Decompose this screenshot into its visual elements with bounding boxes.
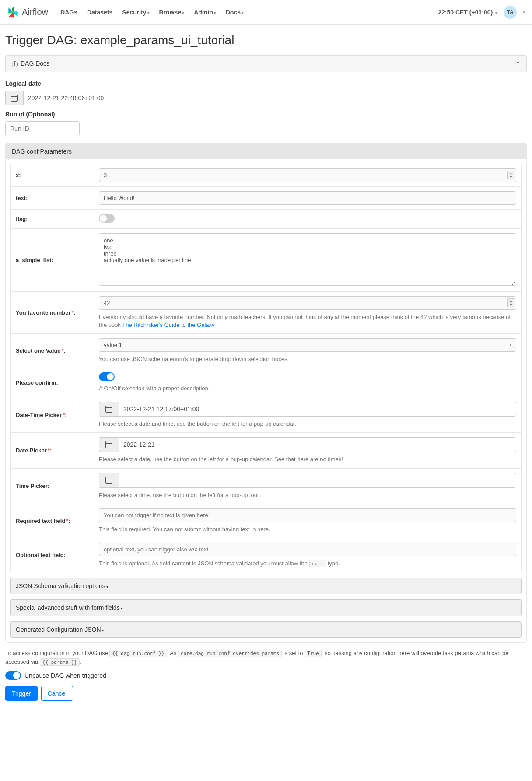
required-star: * [71, 309, 74, 316]
param-label-x: x: [10, 164, 94, 186]
brand-text: Airflow [22, 7, 48, 17]
param-textarea-simple-list[interactable] [99, 233, 516, 286]
param-input-text[interactable] [99, 191, 516, 205]
nav-dags[interactable]: DAGs [60, 9, 77, 16]
param-label-select-one: Select one Value *: [10, 334, 94, 368]
unpause-row: Unpause DAG when triggered [5, 671, 527, 680]
params-panel-header: DAG conf Parameters [6, 144, 526, 159]
nav-browse[interactable]: Browse▾ [159, 9, 185, 16]
param-label-optional-text: Optional text field: [10, 538, 94, 572]
hitchhiker-link[interactable]: The Hitchhiker's Guide to the Galaxy [122, 322, 214, 328]
chevron-down-icon: ▾ [242, 11, 244, 15]
section-json-schema[interactable]: JSON Schema validation options▾ [10, 578, 522, 594]
param-label-flag: flag: [10, 210, 94, 228]
unpause-label: Unpause DAG when triggered [24, 672, 106, 679]
caret-down-icon: ▾ [102, 628, 104, 633]
param-input-x[interactable] [99, 168, 516, 182]
param-help-fav-number: Everybody should have a favorite number.… [99, 313, 516, 329]
param-help-confirm: A On/Off selection with a proper descrip… [99, 385, 516, 392]
param-help-select-one: You can use JSON schema enum's to genera… [99, 355, 516, 363]
nav-docs[interactable]: Docs▾ [226, 9, 244, 16]
navbar: Airflow DAGs Datasets Security▾ Browse▾ … [0, 0, 532, 25]
calendar-icon [105, 477, 112, 484]
param-input-date[interactable] [119, 437, 516, 452]
param-input-optional-text[interactable] [99, 543, 516, 556]
calendar-button[interactable] [99, 473, 119, 488]
param-toggle-confirm[interactable] [99, 372, 115, 381]
chevron-down-icon: ▾ [523, 10, 525, 14]
param-help-date: Please select a date, use the button on … [99, 455, 516, 463]
param-help-time: Please select a time, use the button on … [99, 491, 516, 499]
caret-down-icon: ▾ [106, 585, 108, 589]
param-label-time: Time Picker: [10, 469, 94, 504]
param-label-simple-list: a_simple_list: [10, 229, 94, 291]
param-label-required-text: Required text field *: [10, 504, 94, 538]
params-panel: DAG conf Parameters x: ▲▼ text: [5, 143, 527, 643]
param-help-required-text: This field is required. You can not subm… [99, 525, 516, 533]
chevron-up-icon: ⌃ [516, 60, 520, 67]
number-spinner[interactable]: ▲▼ [508, 298, 514, 307]
caret-down-icon: ▾ [121, 606, 123, 611]
logical-date-label: Logical date [5, 80, 527, 87]
param-label-text: text: [10, 187, 94, 209]
param-label-datetime: Date-Time Picker *: [10, 397, 94, 432]
run-id-label: Run id (Optional) [5, 111, 527, 118]
chevron-down-icon: ▼ [509, 343, 512, 347]
brand[interactable]: Airflow [7, 6, 48, 18]
dag-docs-toggle[interactable]: iDAG Docs ⌃ [6, 56, 526, 72]
param-help-datetime: Please select a date and time, use the b… [99, 420, 516, 428]
param-input-datetime[interactable] [119, 402, 516, 417]
section-generated-json[interactable]: Generated Configuration JSON▾ [10, 621, 522, 638]
cancel-button[interactable]: Cancel [41, 686, 74, 701]
nav-datasets[interactable]: Datasets [87, 9, 112, 16]
param-label-fav-number: You favorite number *: [10, 292, 94, 333]
required-star: * [48, 447, 50, 454]
param-label-date: Date Picker *: [10, 433, 94, 468]
calendar-icon [11, 95, 18, 102]
chevron-down-icon: ▾ [147, 11, 150, 15]
calendar-button[interactable] [99, 437, 119, 452]
chevron-down-icon: ▾ [214, 11, 216, 15]
bottom-help-text: To access configuration in your DAG use … [5, 649, 527, 666]
param-input-required-text[interactable] [99, 508, 516, 522]
clock[interactable]: 22:50 CET (+01:00) ▾ [438, 9, 497, 16]
logical-date-input[interactable] [23, 91, 119, 105]
param-input-fav-number[interactable] [99, 296, 516, 310]
param-input-time[interactable] [119, 473, 516, 488]
avatar[interactable]: TA [504, 6, 517, 19]
calendar-icon [105, 441, 112, 448]
calendar-icon [105, 406, 112, 413]
trigger-button[interactable]: Trigger [5, 686, 38, 701]
param-help-optional-text: This field is optional. As field content… [99, 560, 516, 567]
airflow-logo-icon [7, 6, 19, 18]
required-star: * [63, 412, 65, 418]
number-spinner[interactable]: ▲▼ [508, 171, 514, 179]
page-title: Trigger DAG: example_params_ui_tutorial [5, 33, 527, 47]
required-star: * [66, 518, 68, 524]
unpause-toggle[interactable] [5, 671, 21, 680]
calendar-button[interactable] [5, 91, 23, 105]
logical-date-group [5, 91, 527, 105]
param-label-confirm: Please confirm: [10, 368, 94, 397]
nav-items: DAGs Datasets Security▾ Browse▾ Admin▾ D… [60, 9, 244, 16]
section-advanced[interactable]: Special advanced stuff with form fields▾ [10, 599, 522, 616]
run-id-input[interactable] [5, 121, 80, 136]
dag-docs-title: DAG Docs [21, 60, 49, 67]
nav-admin[interactable]: Admin▾ [194, 9, 216, 16]
param-select-one[interactable]: value 1 ▼ [99, 338, 516, 352]
chevron-down-icon: ▾ [182, 11, 184, 15]
calendar-button[interactable] [99, 402, 119, 417]
required-star: * [62, 347, 64, 354]
info-icon: i [12, 61, 18, 67]
nav-security[interactable]: Security▾ [122, 9, 149, 16]
chevron-down-icon: ▾ [495, 11, 497, 15]
dag-docs-panel: iDAG Docs ⌃ [5, 55, 527, 72]
param-toggle-flag[interactable] [99, 214, 115, 223]
